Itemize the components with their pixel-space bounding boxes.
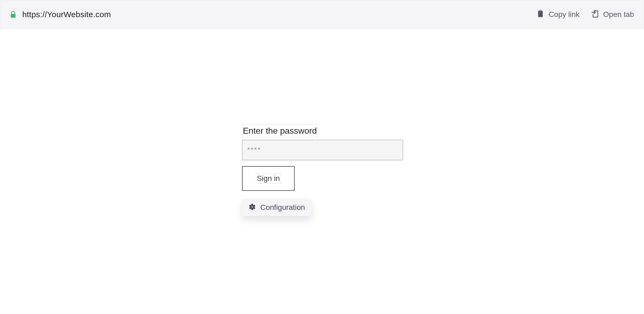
copy-link-button[interactable]: Copy link [537, 10, 580, 20]
clipboard-icon [537, 10, 544, 20]
copy-link-label: Copy link [549, 10, 580, 19]
browser-address-bar: https://YourWebsite.com Copy link Ope [0, 0, 644, 29]
signin-button[interactable]: Sign in [242, 166, 295, 191]
svg-rect-0 [11, 14, 16, 18]
url-text: https://YourWebsite.com [22, 10, 111, 19]
signin-button-label: Sign in [256, 173, 281, 184]
login-form: Enter the password Sign in Configuration [242, 125, 403, 216]
open-tab-button[interactable]: Open tab [591, 10, 634, 20]
open-tab-label: Open tab [603, 10, 634, 19]
browser-bar-right: Copy link Open tab [537, 10, 634, 20]
page-content: Enter the password Sign in Configuration [0, 29, 644, 314]
password-label: Enter the password [242, 125, 318, 137]
password-input[interactable] [242, 140, 403, 160]
configuration-button[interactable]: Configuration [242, 199, 312, 216]
browser-bar-left: https://YourWebsite.com [10, 10, 111, 19]
lock-icon [10, 11, 16, 18]
open-tab-icon [591, 10, 598, 20]
configuration-label: Configuration [260, 203, 305, 212]
svg-rect-1 [538, 11, 543, 17]
svg-rect-3 [539, 10, 541, 11]
gear-icon [248, 203, 256, 211]
